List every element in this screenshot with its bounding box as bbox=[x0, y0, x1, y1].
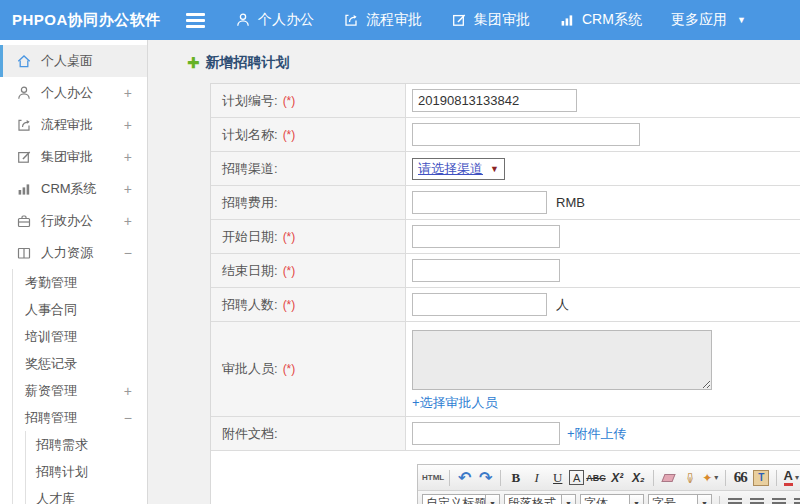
end-date-input[interactable] bbox=[412, 259, 560, 282]
nav-more-apps[interactable]: 更多应用 ▼ bbox=[671, 11, 746, 29]
form-row-attachment: 附件文档: +附件上传 bbox=[211, 417, 800, 451]
strikethrough-button[interactable]: ABC bbox=[586, 468, 606, 488]
subscript-button[interactable]: X₂ bbox=[629, 468, 648, 488]
approver-textarea[interactable] bbox=[412, 330, 712, 390]
html-source-button[interactable]: HTML bbox=[422, 468, 444, 488]
field-label: 开始日期: (*) bbox=[211, 220, 406, 253]
chevron-down-icon: ▼ bbox=[737, 15, 746, 25]
nav-crm[interactable]: CRM系统 bbox=[559, 11, 642, 29]
sidebar-label: 培训管理 bbox=[25, 328, 77, 346]
upload-attachment-link[interactable]: +附件上传 bbox=[567, 425, 627, 443]
sidebar-item-talent-pool[interactable]: 人才库 bbox=[26, 485, 147, 504]
form-row-end-date: 结束日期: (*) bbox=[211, 254, 800, 288]
book-icon bbox=[16, 245, 32, 261]
field-label: 计划名称: (*) bbox=[211, 118, 406, 151]
nav-label: 更多应用 bbox=[671, 11, 727, 29]
underline-button[interactable]: U bbox=[548, 468, 567, 488]
page-title-bar: ✚ 新增招聘计划 bbox=[187, 54, 800, 72]
chevron-down-icon: ▼ bbox=[490, 164, 499, 174]
align-left-icon[interactable] bbox=[728, 498, 742, 504]
expand-icon[interactable]: + bbox=[124, 383, 132, 399]
plan-name-input[interactable] bbox=[412, 123, 640, 146]
sidebar-item-rewards[interactable]: 奖惩记录 bbox=[13, 350, 147, 377]
font-family-select[interactable]: 字体 ▼ bbox=[580, 494, 644, 504]
chevron-down-icon[interactable]: ▼ bbox=[486, 494, 500, 504]
autotypeset-button[interactable]: A bbox=[569, 470, 584, 485]
nav-workflow-approval[interactable]: 流程审批 bbox=[343, 11, 422, 29]
sidebar-item-attendance[interactable]: 考勤管理 bbox=[13, 269, 147, 296]
sidebar-label: 招聘需求 bbox=[36, 436, 88, 454]
form-row-approver: 审批人员: (*) +选择审批人员 bbox=[211, 322, 800, 417]
form-row-cost: 招聘费用: RMB bbox=[211, 186, 800, 220]
sidebar-item-crm[interactable]: CRM系统 + bbox=[0, 173, 147, 205]
italic-button[interactable]: I bbox=[527, 468, 546, 488]
sidebar-item-salary[interactable]: 薪资管理 + bbox=[13, 377, 147, 404]
sidebar-item-recruit-plan[interactable]: 招聘计划 bbox=[26, 458, 147, 485]
plan-no-input[interactable] bbox=[412, 89, 577, 112]
attachment-input[interactable] bbox=[412, 422, 560, 445]
field-label: 计划编号: (*) bbox=[211, 84, 406, 117]
cost-input[interactable] bbox=[412, 191, 547, 214]
top-nav: 个人办公 流程审批 集团审批 CRM系统 更多应用 ▼ bbox=[235, 11, 746, 29]
workflow-icon bbox=[16, 117, 32, 133]
chevron-down-icon[interactable]: ▼ bbox=[562, 494, 576, 504]
collapse-icon[interactable]: − bbox=[124, 410, 132, 426]
sidebar-item-hr-contract[interactable]: 人事合同 bbox=[13, 296, 147, 323]
form-row-headcount: 招聘人数: (*) 人 bbox=[211, 288, 800, 322]
user-icon bbox=[235, 12, 251, 28]
auto-format-icon[interactable]: ✦▾ bbox=[701, 468, 720, 488]
sidebar: 个人桌面 个人办公 + 流程审批 + 集团审批 + CRM系统 + 行政办公 + bbox=[0, 40, 148, 504]
channel-select[interactable]: 请选择渠道 ▼ bbox=[412, 158, 505, 180]
align-justify-icon[interactable] bbox=[794, 498, 800, 504]
field-label: 招聘人数: (*) bbox=[211, 288, 406, 321]
sidebar-item-training[interactable]: 培训管理 bbox=[13, 323, 147, 350]
form-row-plan-name: 计划名称: (*) bbox=[211, 118, 800, 152]
sidebar-item-hr[interactable]: 人力资源 − bbox=[0, 237, 147, 269]
superscript-button[interactable]: X² bbox=[608, 468, 627, 488]
required-mark: (*) bbox=[283, 298, 296, 312]
sidebar-item-workflow-approval[interactable]: 流程审批 + bbox=[0, 109, 147, 141]
page-title: 新增招聘计划 bbox=[206, 54, 290, 72]
sidebar-item-personal-office[interactable]: 个人办公 + bbox=[0, 77, 147, 109]
font-size-select[interactable]: 字号 ▼ bbox=[648, 494, 712, 504]
undo-icon[interactable]: ↶ bbox=[455, 468, 474, 488]
start-date-input[interactable] bbox=[412, 225, 560, 248]
paste-word-icon[interactable]: T bbox=[752, 468, 771, 488]
align-center-icon[interactable] bbox=[750, 498, 764, 504]
expand-icon[interactable]: + bbox=[124, 149, 132, 165]
sidebar-item-group-approval[interactable]: 集团审批 + bbox=[0, 141, 147, 173]
redo-icon[interactable]: ↷ bbox=[476, 468, 495, 488]
font-color-button[interactable]: A▾ bbox=[782, 468, 800, 488]
expand-icon[interactable]: + bbox=[124, 117, 132, 133]
nav-personal-office[interactable]: 个人办公 bbox=[235, 11, 314, 29]
format-clear-icon[interactable] bbox=[659, 468, 678, 488]
menu-toggle-icon[interactable] bbox=[186, 13, 205, 28]
sidebar-label: 行政办公 bbox=[41, 212, 93, 230]
sidebar-item-desktop[interactable]: 个人桌面 bbox=[0, 45, 147, 77]
chevron-down-icon: ▾ bbox=[714, 473, 718, 482]
nav-group-approval[interactable]: 集团审批 bbox=[451, 11, 530, 29]
sidebar-item-recruit-demand[interactable]: 招聘需求 bbox=[26, 431, 147, 458]
expand-icon[interactable]: + bbox=[124, 181, 132, 197]
expand-icon[interactable]: + bbox=[124, 85, 132, 101]
heading-select[interactable]: 自定义标题 ▼ bbox=[422, 494, 500, 504]
sidebar-label: 个人桌面 bbox=[41, 52, 93, 70]
nav-label: 流程审批 bbox=[366, 11, 422, 29]
format-brush-icon[interactable]: ✑ bbox=[679, 468, 699, 487]
blockquote-button[interactable]: 66 bbox=[731, 468, 750, 488]
sidebar-label: 人才库 bbox=[36, 490, 75, 504]
chevron-down-icon[interactable]: ▼ bbox=[698, 494, 712, 504]
hr-submenu: 考勤管理 人事合同 培训管理 奖惩记录 薪资管理 + 招聘管理 − 招聘需求 招… bbox=[12, 269, 147, 504]
align-right-icon[interactable] bbox=[772, 498, 786, 504]
paragraph-select[interactable]: 段落格式 ▼ bbox=[504, 494, 576, 504]
collapse-icon[interactable]: − bbox=[124, 245, 132, 261]
sidebar-item-recruit-mgmt[interactable]: 招聘管理 − bbox=[13, 404, 147, 431]
briefcase-icon bbox=[16, 213, 32, 229]
sidebar-item-admin-office[interactable]: 行政办公 + bbox=[0, 205, 147, 237]
chevron-down-icon[interactable]: ▼ bbox=[630, 494, 644, 504]
edit-icon bbox=[16, 149, 32, 165]
headcount-input[interactable] bbox=[412, 293, 547, 316]
bold-button[interactable]: B bbox=[506, 468, 525, 488]
expand-icon[interactable]: + bbox=[124, 213, 132, 229]
select-approver-link[interactable]: +选择审批人员 bbox=[412, 394, 498, 412]
